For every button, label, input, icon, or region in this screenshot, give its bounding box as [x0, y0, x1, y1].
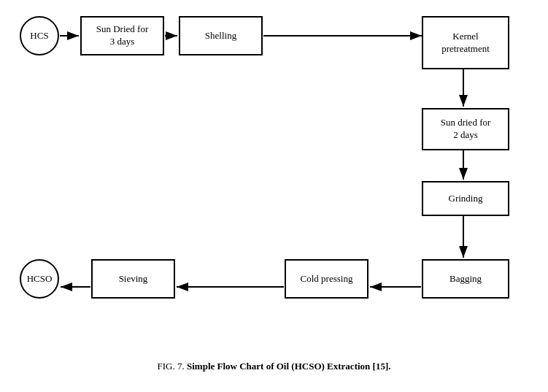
cold-pressing-label: Cold pressing	[301, 273, 353, 285]
hcso-label: HCSO	[27, 273, 53, 285]
sieving-label: Sieving	[119, 273, 148, 285]
caption-bold: Simple Flow Chart of Oil (HCSO) Extracti…	[187, 361, 390, 372]
shelling-node: Shelling	[179, 16, 263, 55]
hcs-label: HCS	[30, 30, 48, 42]
flowchart: HCS Sun Dried for3 days Shelling Kernelp…	[0, 0, 548, 358]
sun-dried-2-node: Sun dried for2 days	[422, 108, 509, 150]
hcso-node: HCSO	[20, 259, 59, 299]
kernel-node: Kernelpretreatment	[422, 16, 509, 69]
sieving-node: Sieving	[91, 259, 175, 299]
shelling-label: Shelling	[205, 30, 236, 42]
sun-dried-1-label: Sun Dried for3 days	[96, 23, 149, 48]
figure-caption: FIG. 7. Simple Flow Chart of Oil (HCSO) …	[158, 361, 391, 372]
grinding-label: Grinding	[449, 193, 483, 205]
bagging-node: Bagging	[422, 259, 509, 299]
hcs-node: HCS	[20, 16, 59, 55]
cold-pressing-node: Cold pressing	[285, 259, 368, 299]
sun-dried-1-node: Sun Dried for3 days	[80, 16, 164, 55]
grinding-node: Grinding	[422, 181, 509, 216]
caption-prefix: FIG. 7.	[158, 361, 187, 372]
bagging-label: Bagging	[449, 273, 482, 285]
sun-dried-2-label: Sun dried for2 days	[441, 117, 491, 142]
kernel-label: Kernelpretreatment	[441, 31, 490, 55]
